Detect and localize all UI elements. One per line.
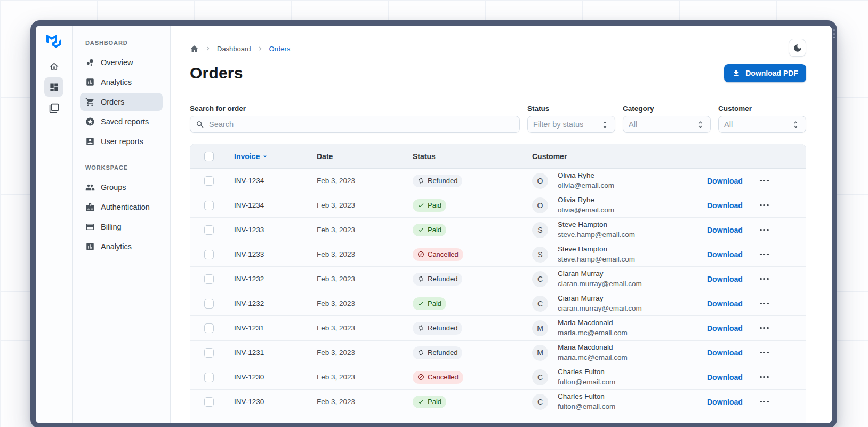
row-checkbox[interactable]: [204, 373, 214, 382]
sidebar-item-analytics[interactable]: Analytics: [80, 238, 163, 256]
row-checkbox[interactable]: [204, 176, 214, 186]
invoice-cell: INV-1230: [224, 373, 317, 381]
row-menu-button[interactable]: [758, 321, 779, 336]
group-icon: [85, 183, 95, 192]
sidebar-item-orders[interactable]: Orders: [80, 93, 163, 111]
row-menu-button[interactable]: [758, 296, 779, 311]
breadcrumb-orders[interactable]: Orders: [269, 45, 291, 53]
download-pdf-button[interactable]: Download PDF: [724, 64, 806, 82]
download-link[interactable]: Download: [704, 398, 743, 406]
check-icon: [417, 398, 424, 405]
home-outline-icon: [49, 61, 59, 72]
row-checkbox[interactable]: [204, 250, 214, 259]
select-all-checkbox[interactable]: [204, 152, 214, 161]
dashboard-grid-icon: [49, 82, 59, 92]
cart-icon: [85, 97, 95, 107]
date-cell: Feb 3, 2023: [317, 324, 413, 332]
sidebar-item-analytics[interactable]: Analytics: [80, 73, 163, 91]
row-checkbox[interactable]: [204, 201, 214, 210]
customer-name: Ciaran Murray: [558, 269, 642, 279]
table-row: INV-1232 Feb 3, 2023 Refunded C Ciaran M…: [190, 267, 806, 291]
rail-dashboard-button[interactable]: [44, 77, 63, 97]
chevron-right-icon: [256, 45, 264, 52]
status-chip: Paid: [413, 224, 446, 236]
sidebar-section-label: WORKSPACE: [85, 164, 163, 171]
table-row: INV-1233 Feb 3, 2023 Paid S Steve Hampto…: [190, 218, 806, 242]
block-icon: [417, 374, 424, 381]
row-checkbox[interactable]: [204, 323, 214, 333]
row-checkbox[interactable]: [204, 397, 214, 407]
filter-select-customer[interactable]: All: [718, 116, 806, 133]
row-checkbox[interactable]: [204, 348, 214, 358]
column-header-invoice[interactable]: Invoice: [224, 152, 317, 161]
window-scrollbar-dots[interactable]: [833, 29, 835, 38]
table-header-row: Invoice Date Status Customer: [190, 144, 806, 169]
check-icon: [417, 226, 424, 233]
row-checkbox[interactable]: [204, 299, 214, 309]
date-cell: Feb 3, 2023: [317, 373, 413, 381]
customer-email: steve.hamp@email.com: [558, 230, 635, 240]
row-menu-button[interactable]: [758, 247, 779, 262]
row-menu-button[interactable]: [758, 198, 779, 213]
chevron-right-icon: [204, 45, 212, 52]
row-menu-button[interactable]: [758, 173, 779, 188]
star-circle-icon: [85, 117, 95, 126]
search-label: Search for order: [190, 105, 520, 113]
theme-toggle-button[interactable]: [789, 39, 806, 57]
download-link[interactable]: Download: [704, 275, 743, 283]
row-checkbox[interactable]: [204, 274, 214, 284]
row-menu-button[interactable]: [758, 345, 779, 360]
row-menu-button[interactable]: [758, 394, 779, 409]
customer-email: maria.mc@email.com: [558, 328, 628, 338]
sidebar-item-overview[interactable]: Overview: [80, 53, 163, 72]
filter-select-status[interactable]: Filter by status: [527, 116, 615, 133]
download-link[interactable]: Download: [704, 250, 743, 259]
row-menu-button[interactable]: [758, 223, 779, 238]
filter-select-category[interactable]: All: [623, 116, 711, 133]
sidebar-item-saved-reports[interactable]: Saved reports: [80, 113, 163, 131]
breadcrumb: DashboardOrders: [190, 42, 806, 56]
search-icon: [196, 120, 205, 129]
customer-name: Charles Fulton: [558, 367, 615, 377]
table-row: INV-1231 Feb 3, 2023 Refunded M Maria Ma…: [190, 316, 806, 341]
breadcrumb-home-icon[interactable]: [190, 44, 199, 53]
download-link[interactable]: Download: [704, 324, 743, 333]
download-link[interactable]: Download: [704, 349, 743, 357]
invoice-cell: INV-1230: [224, 398, 317, 406]
download-link[interactable]: Download: [704, 373, 743, 382]
breadcrumb-dashboard[interactable]: Dashboard: [217, 45, 251, 53]
table-row: INV-1231 Feb 3, 2023 Refunded M Maria Ma…: [190, 341, 806, 365]
rail-layers-button[interactable]: [44, 98, 63, 117]
download-link[interactable]: Download: [704, 177, 743, 185]
sort-arrow-icon: [261, 152, 269, 161]
date-cell: Feb 3, 2023: [317, 250, 413, 258]
table-row: INV-1230 Feb 3, 2023 Paid C Charles Fult…: [190, 390, 806, 414]
rail-home-button[interactable]: [44, 57, 63, 76]
row-menu-button[interactable]: [758, 272, 779, 287]
status-chip: Refunded: [413, 273, 462, 286]
sidebar-item-billing[interactable]: Billing: [80, 218, 163, 236]
date-cell: Feb 3, 2023: [317, 349, 413, 357]
customer-email: fulton@email.com: [558, 377, 615, 387]
search-input[interactable]: Search: [190, 116, 520, 133]
sidebar-item-user-reports[interactable]: User reports: [80, 132, 163, 151]
row-menu-button[interactable]: [758, 370, 779, 385]
download-link[interactable]: Download: [704, 226, 743, 234]
download-icon: [732, 69, 741, 77]
download-link[interactable]: Download: [704, 299, 743, 308]
status-chip: Paid: [413, 297, 446, 310]
status-chip: Refunded: [413, 322, 462, 335]
column-header-date: Date: [317, 152, 413, 161]
download-link[interactable]: Download: [704, 201, 743, 210]
unfold-icon: [600, 120, 609, 129]
autorenew-icon: [417, 325, 424, 331]
customer-email: olivia@email.com: [558, 205, 614, 215]
sidebar-item-groups[interactable]: Groups: [80, 178, 163, 196]
avatar: S: [532, 222, 548, 238]
row-checkbox[interactable]: [204, 225, 214, 235]
select-value: All: [724, 120, 733, 129]
customer-name: Steve Hampton: [558, 220, 635, 230]
select-label: Category: [623, 105, 711, 113]
sidebar-item-authentication[interactable]: Authentication: [80, 198, 163, 216]
customer-email: maria.mc@email.com: [558, 353, 628, 362]
